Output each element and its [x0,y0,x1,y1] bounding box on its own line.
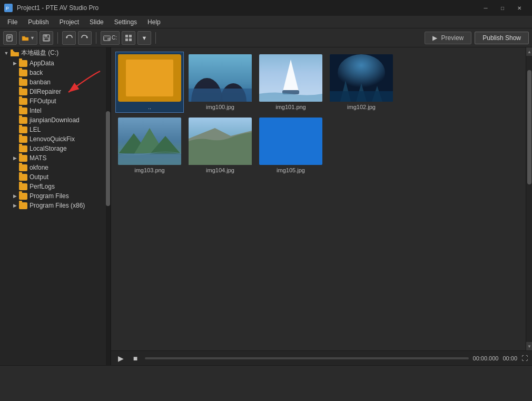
publish-show-button[interactable]: Publish Show [475,32,529,44]
window-controls: ─ □ ✕ [477,3,528,13]
tree-item-okfone[interactable]: okfone [0,163,110,172]
player-progress-bar[interactable] [145,357,469,359]
thumbnail-img100 [189,54,252,102]
file-label-img105: img105.jpg [259,167,322,173]
scroll-track-area [526,56,532,342]
menu-publish[interactable]: Publish [23,17,54,27]
view-mode-button[interactable] [122,31,135,45]
thumbnail-img105 [259,118,322,165]
tree-item-output[interactable]: Output [0,172,110,182]
close-button[interactable]: ✕ [511,3,528,13]
toolbar-separator-2 [96,32,96,44]
slide-drop-area[interactable]: Add images, videos, or audio here from a… [0,365,532,401]
folder-icon-lenovo [19,136,27,143]
tree-root[interactable]: ▼ 本地磁盘 (C:) [0,47,110,58]
tree-label-perflogs: PerfLogs [29,183,55,190]
tree-item-mats[interactable]: ▶ MATS [0,153,110,163]
thumbnail-img103 [118,118,181,165]
tree-item-localstorage[interactable]: LocalStorage [0,144,110,153]
toolbar-separator-1 [57,32,58,44]
tree-root-label: 本地磁盘 (C:) [21,48,58,57]
tree-item-lenovo[interactable]: LenovoQuickFix [0,134,110,144]
folder-icon-appdata [19,60,27,67]
svg-rect-37 [118,153,181,165]
play-button[interactable]: ▶ [115,353,126,364]
tree-label-output: Output [29,173,48,181]
thumbnail-img101 [259,54,322,102]
svg-text:P: P [6,6,9,11]
svg-rect-16 [125,38,128,41]
file-thumb-img101[interactable]: img101.png [257,52,325,113]
folder-icon-mats [19,155,27,162]
file-label-img104: img104.jpg [189,167,252,173]
svg-rect-8 [44,38,48,41]
tree-item-perflogs[interactable]: PerfLogs [0,182,110,191]
window-title: Project1 - PTE AV Studio Pro [17,4,473,12]
nav-dropdown-button[interactable]: ▼ [137,31,151,45]
menu-file[interactable]: File [2,17,23,27]
file-thumb-img105[interactable]: img105.jpg [257,115,325,176]
svg-rect-7 [44,35,47,37]
file-thumb-img103[interactable]: img103.png [115,115,184,176]
undo-button[interactable] [62,31,76,45]
folder-icon-okfone [19,164,27,171]
folder-thumbnail-parent [118,54,181,102]
folder-icon-output [19,174,27,181]
save-button[interactable] [40,31,53,45]
tree-label-programfilesx86: Program Files (x86) [29,202,85,209]
folder-icon-jianpian [19,117,27,124]
svg-rect-15 [129,35,132,37]
svg-point-13 [107,38,109,40]
scroll-thumb-vertical[interactable] [527,70,531,184]
redo-button[interactable] [78,31,92,45]
drive-selector[interactable]: C: [101,31,120,45]
tree-label-jianpian: jianpianDownload [29,116,80,124]
folder-icon-lel [19,126,27,133]
open-button[interactable]: ▼ [19,31,37,45]
preview-icon: ▶ [432,34,437,42]
tree-item-programfilesx86[interactable]: ▶ Program Files (x86) [0,201,110,210]
tree-item-lel[interactable]: LEL [0,125,110,134]
menu-settings[interactable]: Settings [109,17,142,27]
tree-label-banban: banban [29,79,51,86]
menu-project[interactable]: Project [54,17,84,27]
menu-slide[interactable]: Slide [84,17,109,27]
tree-item-jianpian[interactable]: jianpianDownload [0,115,110,125]
file-thumb-img104[interactable]: img104.jpg [186,115,254,176]
new-button[interactable] [3,31,17,45]
scroll-down-button[interactable]: ▼ [526,342,532,350]
tree-label-intel: Intel [29,107,42,114]
file-label-img102: img102.jpg [330,104,393,110]
scroll-up-button[interactable]: ▲ [526,47,532,56]
file-thumb-img102[interactable]: img102.jpg [327,52,396,113]
tree-arrow-appdata: ▶ [11,61,19,66]
player-expand-button[interactable]: ⛶ [521,355,528,362]
minimize-button[interactable]: ─ [477,3,494,13]
sidebar-scroll-thumb[interactable] [106,111,110,207]
file-browser-vscrollbar[interactable]: ▲ ▼ [526,47,532,350]
toolbar-separator-3 [155,32,156,44]
file-tree-sidebar: ▼ 本地磁盘 (C:) ▶ AppData back banban DllRep… [0,47,111,365]
svg-rect-23 [189,89,252,102]
menu-help[interactable]: Help [142,17,166,27]
tree-item-intel[interactable]: Intel [0,106,110,115]
svg-rect-14 [125,35,128,37]
tree-item-programfiles[interactable]: ▶ Program Files [0,191,110,201]
stop-button[interactable]: ■ [130,353,141,364]
tree-label-appdata: AppData [29,60,54,67]
tree-arrow-programfiles: ▶ [11,193,19,199]
file-thumb-img100[interactable]: img100.jpg [186,52,254,113]
preview-button[interactable]: ▶ Preview [425,32,471,44]
folder-icon-ffoutput [19,98,27,105]
file-thumb-parent[interactable]: .. [115,52,184,113]
svg-rect-32 [330,91,393,102]
folder-icon-localstorage [19,145,27,152]
red-arrow-annotation [58,69,111,107]
file-label-img100: img100.jpg [189,104,252,110]
svg-rect-17 [129,38,132,41]
player-bar: ▶ ■ 00:00.000 00:00 ⛶ [111,350,532,365]
svg-rect-18 [11,50,13,51]
maximize-button[interactable]: □ [494,3,511,13]
tree-item-appdata[interactable]: ▶ AppData [0,58,110,68]
tree-arrow-mats: ▶ [11,155,19,161]
